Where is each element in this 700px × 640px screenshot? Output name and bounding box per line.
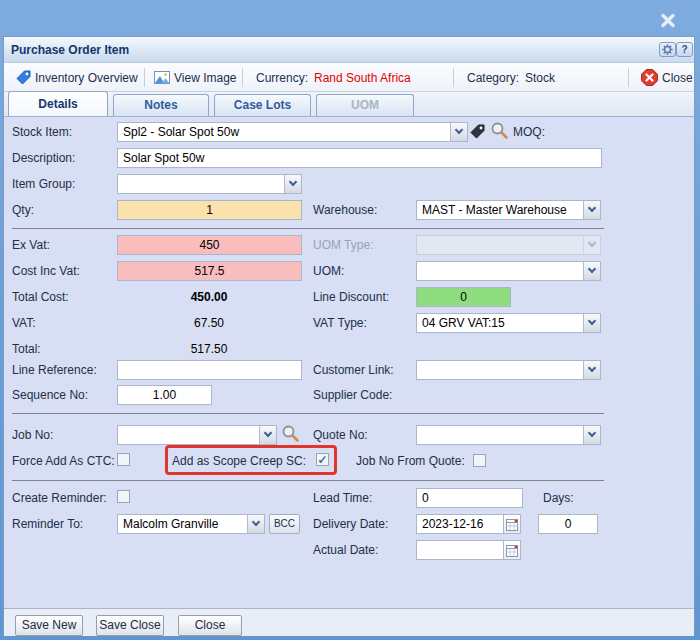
actual-date-calendar-button[interactable] [503, 540, 521, 560]
tab-details[interactable]: Details [8, 91, 108, 116]
stock-item-dropdown-arrow[interactable] [450, 123, 467, 141]
scope-creep-checkbox[interactable]: ✓ [316, 453, 329, 466]
stock-item-combobox[interactable]: Spl2 - Solar Spot 50w [117, 122, 468, 142]
lead-time-label: Lead Time: [313, 491, 372, 505]
settings-gear-button[interactable] [659, 42, 676, 57]
reminder-to-dropdown-arrow[interactable] [247, 515, 264, 533]
create-reminder-checkbox[interactable] [117, 490, 130, 503]
job-no-dropdown-arrow[interactable] [259, 426, 276, 444]
stock-search-icon[interactable] [490, 121, 509, 140]
line-discount-input[interactable]: 0 [416, 287, 511, 307]
close-button[interactable]: Close [178, 615, 242, 636]
tag-icon[interactable] [469, 123, 486, 140]
toolbar-separator [453, 68, 454, 87]
total-value: 517.50 [117, 339, 301, 359]
tab-uom: UOM [316, 94, 414, 116]
toolbar-separator [628, 68, 629, 87]
job-no-combobox[interactable] [117, 425, 277, 445]
description-label: Description: [12, 151, 75, 165]
customer-link-combobox[interactable] [416, 360, 601, 380]
delivery-date-input[interactable]: 2023-12-16 [416, 514, 504, 534]
tab-notes[interactable]: Notes [113, 94, 209, 116]
vat-type-dropdown-arrow[interactable] [583, 314, 600, 332]
description-value: Solar Spot 50w [123, 151, 204, 165]
ex-vat-input[interactable]: 450 [117, 235, 302, 255]
vat-type-combobox[interactable]: 04 GRV VAT:15 [416, 313, 601, 333]
help-button[interactable]: ? [676, 42, 693, 57]
uom-dropdown-arrow[interactable] [583, 262, 600, 280]
line-discount-value: 0 [460, 290, 467, 304]
reminder-to-value: Malcolm Granville [123, 517, 218, 531]
cost-inc-vat-label: Cost Inc Vat: [12, 264, 80, 278]
description-input[interactable]: Solar Spot 50w [117, 148, 602, 168]
save-close-button[interactable]: Save Close [96, 615, 164, 636]
uom-combobox[interactable] [416, 261, 601, 281]
job-no-from-quote-label: Job No From Quote: [356, 454, 465, 468]
save-new-button[interactable]: Save New [15, 615, 83, 636]
warehouse-combobox[interactable]: MAST - Master Warehouse [416, 200, 601, 220]
dialog-titlebar: Purchase Order Item ? [4, 37, 694, 63]
stock-item-value: Spl2 - Solar Spot 50w [123, 125, 239, 139]
toolbar-separator [242, 68, 243, 87]
vat-value: 67.50 [117, 313, 301, 333]
item-group-combobox[interactable] [117, 174, 302, 194]
close-octagon-icon [641, 69, 658, 86]
inventory-tag-icon [15, 69, 32, 86]
cost-inc-vat-value: 517.5 [194, 264, 224, 278]
sequence-no-input[interactable]: 1.00 [117, 385, 212, 405]
warehouse-dropdown-arrow[interactable] [583, 201, 600, 219]
inventory-overview-button[interactable]: Inventory Overview [35, 70, 138, 86]
currency-label: Currency: [256, 70, 308, 86]
outer-window: Purchase Order Item ? Invent [0, 0, 700, 640]
item-group-dropdown-arrow[interactable] [284, 175, 301, 193]
quote-no-dropdown-arrow[interactable] [583, 426, 600, 444]
separator-line [12, 413, 604, 414]
dialog-title: Purchase Order Item [11, 43, 129, 57]
line-reference-input[interactable] [117, 360, 302, 380]
view-image-icon [154, 71, 170, 84]
uom-type-combobox [416, 235, 601, 255]
total-cost-value: 450.00 [117, 287, 301, 307]
quote-no-combobox[interactable] [416, 425, 601, 445]
toolbar-close-button[interactable]: Close [662, 70, 693, 86]
vat-label: VAT: [12, 316, 36, 330]
warehouse-value: MAST - Master Warehouse [422, 203, 567, 217]
cost-inc-vat-input[interactable]: 517.5 [117, 261, 302, 281]
uom-type-label: UOM Type: [313, 238, 373, 252]
bcc-button[interactable]: BCC [269, 514, 300, 534]
dialog-footer: Save New Save Close Close [4, 608, 694, 636]
separator-line [12, 228, 604, 229]
actual-date-input[interactable] [416, 540, 504, 560]
purchase-order-item-dialog: Purchase Order Item ? Invent [3, 36, 695, 635]
total-label: Total: [12, 342, 41, 356]
force-add-ctc-checkbox[interactable] [117, 453, 130, 466]
delivery-days-input[interactable]: 0 [538, 514, 598, 534]
delivery-date-calendar-button[interactable] [503, 514, 521, 534]
toolbar-separator [144, 68, 145, 87]
dialog-toolbar: Inventory Overview View Image Currency: … [4, 63, 694, 92]
line-discount-label: Line Discount: [313, 290, 389, 304]
tab-case-lots[interactable]: Case Lots [214, 94, 311, 116]
line-reference-label: Line Reference: [12, 363, 97, 377]
checkmark: ✓ [317, 454, 327, 466]
job-search-icon[interactable] [281, 424, 300, 443]
job-no-from-quote-checkbox[interactable] [473, 454, 486, 467]
delivery-date-label: Delivery Date: [313, 517, 388, 531]
customer-link-dropdown-arrow[interactable] [583, 361, 600, 379]
warehouse-label: Warehouse: [313, 203, 377, 217]
supplier-code-label: Supplier Code: [313, 388, 392, 402]
force-add-ctc-label: Force Add As CTC: [12, 454, 115, 468]
window-close-icon[interactable] [660, 13, 676, 28]
delivery-date-value: 2023-12-16 [422, 517, 483, 531]
view-image-button[interactable]: View Image [174, 70, 236, 86]
total-cost-label: Total Cost: [12, 290, 69, 304]
reminder-to-combobox[interactable]: Malcolm Granville [117, 514, 265, 534]
qty-input[interactable]: 1 [117, 200, 302, 220]
lead-time-value: 0 [422, 491, 429, 505]
category-label: Category: [467, 70, 519, 86]
delivery-days-value: 0 [565, 517, 572, 531]
create-reminder-label: Create Reminder: [12, 491, 107, 505]
tab-strip: Details Notes Case Lots UOM [4, 92, 694, 117]
job-no-label: Job No: [12, 428, 53, 442]
lead-time-input[interactable]: 0 [416, 488, 523, 508]
